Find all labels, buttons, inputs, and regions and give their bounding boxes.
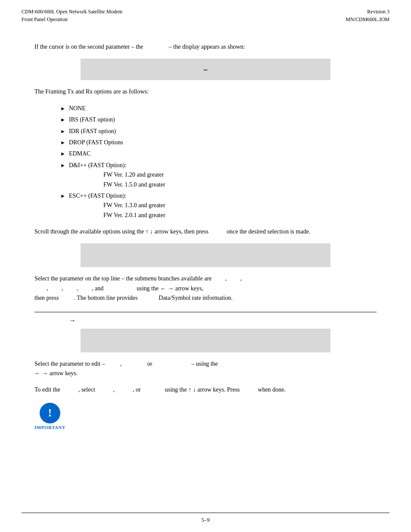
bottom-line-text: . The bottom line provides xyxy=(74,295,137,301)
bullet-label: IBS (FAST option) xyxy=(69,115,115,124)
bullet-arrow-icon: ► xyxy=(60,150,65,158)
bullet-label: NONE xyxy=(69,104,86,113)
sub-item: FW Ver. 2.0.1 and greater xyxy=(103,211,165,220)
or-text: or xyxy=(147,361,153,367)
intro-text: If the cursor is on the second parameter… xyxy=(34,44,143,50)
scroll-text-2: arrow keys, then press xyxy=(155,228,209,235)
bullet-label: ESC++ (FAST Option): xyxy=(69,193,127,199)
section-divider xyxy=(34,312,377,312)
page-header: CDM-600/600L Open Network Satellite Mode… xyxy=(0,0,411,27)
comma5: , xyxy=(77,285,78,292)
main-content: If the cursor is on the second parameter… xyxy=(0,27,411,464)
important-block: ! IMPORTANT xyxy=(34,403,377,430)
bullet-label: IDR (FAST option) xyxy=(69,127,116,136)
page-footer: 5–9 xyxy=(22,513,389,523)
select-edit-text: Select the parameter to edit – xyxy=(34,361,105,367)
third-display-box xyxy=(81,329,330,352)
important-icon: ! xyxy=(40,403,60,423)
bullet-arrow-icon: ► xyxy=(60,192,65,200)
exclamation-icon: ! xyxy=(48,407,52,420)
edit-param2-placeholder xyxy=(123,361,146,367)
second-display-container xyxy=(34,243,377,267)
bullet-arrow-icon: ► xyxy=(60,128,65,136)
edit-placeholder4 xyxy=(142,386,163,393)
comma4: , xyxy=(62,285,63,292)
press-placeholder xyxy=(60,295,72,301)
sub-indent: FW Ver. 1.3.0 and greater FW Ver. 2.0.1 … xyxy=(103,201,165,220)
select-text-2: using the xyxy=(137,285,159,292)
scroll-paragraph: Scroll through the available options usi… xyxy=(34,227,377,236)
bullet-arrow-icon: ► xyxy=(60,105,65,113)
and-text: , and xyxy=(92,285,103,292)
lr-arrows-icon: ← → xyxy=(160,285,175,292)
edit-placeholder2 xyxy=(97,386,112,393)
framing-heading: The Framing Tx and Rx options are as fol… xyxy=(34,87,377,96)
up-down-arrows2-icon: ↑ ↓ xyxy=(188,386,197,393)
edit-param1-placeholder xyxy=(106,361,118,367)
comma2: , xyxy=(240,275,242,282)
list-item: ► EDMAC xyxy=(60,149,377,159)
header-revision: Revision 3 xyxy=(346,8,389,16)
header-doc-number: MN/CDM600L.IOM xyxy=(346,16,389,23)
edit-press-placeholder xyxy=(241,386,256,393)
comma1: , xyxy=(225,275,227,282)
lr-arrows2-icon: ← → xyxy=(34,370,48,376)
list-item: ► ESC++ (FAST Option): FW Ver. 1.3.0 and… xyxy=(60,191,377,220)
select-edit-end: – using the xyxy=(191,361,218,367)
second-display-box xyxy=(81,243,330,267)
edit-arrow-text: arrow keys. Press xyxy=(197,386,240,393)
list-item: ► IBS (FAST option) xyxy=(60,115,377,124)
bullet-arrow-icon: ► xyxy=(60,139,65,147)
edit-text-1: To edit the xyxy=(34,386,60,393)
page: CDM-600/600L Open Network Satellite Mode… xyxy=(0,0,411,532)
branch5-placeholder xyxy=(65,285,77,292)
provides-placeholder xyxy=(139,295,157,301)
branch4-placeholder xyxy=(50,285,62,292)
edit-paragraph: To edit the , select , , or using the ↑ … xyxy=(34,385,377,395)
list-item: ► IDR (FAST option) xyxy=(60,127,377,136)
bullet-arrow-icon: ► xyxy=(60,162,65,170)
arrow-keys-text: arrow keys. xyxy=(50,370,78,376)
select-parameter-paragraph: Select the parameter on the top line – t… xyxy=(34,274,377,303)
branch1-placeholder xyxy=(213,275,225,282)
sub-item: FW Ver. 1.3.0 and greater xyxy=(103,201,165,210)
then-press-text: then press xyxy=(34,295,59,301)
bullet-label: D&I++ (FAST Option): xyxy=(69,162,127,168)
comma-edit1: , xyxy=(120,361,122,367)
bullet-label: DROP (FAST Options xyxy=(69,138,123,147)
first-display-container: – xyxy=(34,59,377,80)
framing-options-list: ► NONE ► IBS (FAST option) ► IDR (FAST o… xyxy=(60,104,377,220)
branch2-placeholder xyxy=(228,275,240,282)
edit-placeholder1 xyxy=(62,386,77,393)
sub-item: FW Ver. 1.5.0 and greater xyxy=(103,180,165,190)
edit-select-text: , select xyxy=(78,386,95,393)
page-number: 5–9 xyxy=(201,516,210,523)
third-display-container xyxy=(34,329,377,352)
header-right: Revision 3 MN/CDM600L.IOM xyxy=(346,8,389,23)
header-subtitle: Front Panel Operation xyxy=(22,16,122,23)
comma3: , xyxy=(47,285,48,292)
important-label: IMPORTANT xyxy=(34,425,65,430)
header-title: CDM-600/600L Open Network Satellite Mode… xyxy=(22,8,122,16)
branch3-placeholder xyxy=(34,285,47,292)
intro-middle xyxy=(145,44,168,50)
sub-indent: FW Ver. 1.20 and greater FW Ver. 1.5.0 a… xyxy=(103,170,165,190)
bullet-label: EDMAC xyxy=(69,149,91,159)
arrow-heading: → xyxy=(69,317,377,324)
edit-using-text: using the xyxy=(165,386,187,393)
branch7-placeholder xyxy=(105,285,135,292)
select-edit-paragraph: Select the parameter to edit – , or – us… xyxy=(34,359,377,379)
edit-or-text: , or xyxy=(133,386,141,393)
scroll-text-1: Scroll through the available options usi… xyxy=(34,228,144,235)
scroll-text-3: once the desired selection is made. xyxy=(227,228,310,235)
branch6-placeholder xyxy=(80,285,92,292)
up-down-arrows-icon: ↑ ↓ xyxy=(146,228,155,235)
scroll-press-placeholder xyxy=(210,228,225,235)
edit-when-done-text: when done. xyxy=(258,386,286,393)
list-item: ► NONE xyxy=(60,104,377,113)
select-text-3: arrow keys, xyxy=(175,285,203,292)
intro-end: – the display appears as shown: xyxy=(169,44,245,50)
sub-item: FW Ver. 1.20 and greater xyxy=(103,170,165,180)
header-left: CDM-600/600L Open Network Satellite Mode… xyxy=(22,8,122,23)
select-text-1: Select the parameter on the top line – t… xyxy=(34,275,212,282)
